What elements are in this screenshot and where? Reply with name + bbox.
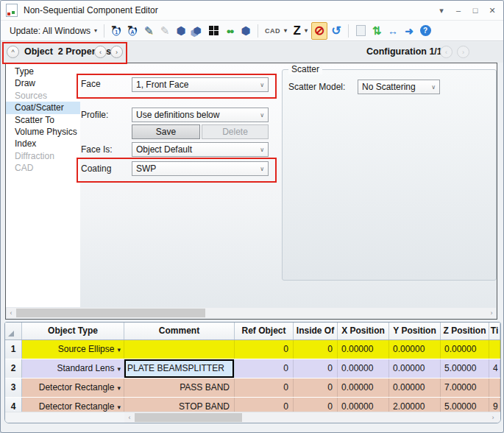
cell-x-position[interactable]: 0.00000	[338, 379, 389, 397]
update-all-icon[interactable]: ↻A	[125, 23, 140, 39]
scatter-model-dropdown[interactable]: No Scattering ∨	[358, 80, 440, 94]
cell-comment[interactable]	[124, 340, 235, 359]
cell-comment[interactable]: PASS BAND	[124, 379, 235, 397]
copy-object-icon[interactable]: ⬢	[190, 23, 205, 39]
cell-x-position[interactable]: 0.00000	[338, 340, 389, 359]
profile-dropdown[interactable]: Use definitions below ∨	[132, 108, 269, 122]
go-to-icon[interactable]: ➜	[402, 23, 416, 39]
solid-object-icon[interactable]: ⬢	[174, 23, 188, 39]
sidebar-item-cad[interactable]: CAD	[6, 162, 80, 174]
z-menu-button[interactable]: Z▾	[291, 22, 310, 40]
face-is-dropdown[interactable]: Object Default ∨	[132, 142, 269, 157]
sidebar-item-type[interactable]: Type	[6, 66, 80, 77]
next-object-button[interactable]: ›	[110, 46, 123, 58]
column-header-comment[interactable]: Comment	[124, 323, 235, 339]
ignore-object-icon: ⊘	[314, 24, 324, 37]
close-button[interactable]: ✕	[487, 6, 497, 15]
cell-object-type[interactable]: Detector Rectangle▾	[22, 379, 124, 397]
coating-dropdown[interactable]: SWP ∨	[132, 161, 269, 176]
table-horizontal-scrollbar[interactable]: ‹ ›	[5, 412, 500, 423]
fit-columns-icon: ↔	[388, 26, 398, 36]
polygon-object-icon[interactable]: ⬢	[238, 23, 253, 39]
app-icon	[6, 4, 18, 17]
cell-inside-of[interactable]: 0	[294, 340, 338, 359]
sidebar-item-volume-physics[interactable]: Volume Physics	[6, 126, 80, 138]
ignore-object-icon[interactable]: ⊘	[311, 22, 327, 40]
sheet-icon[interactable]	[353, 23, 368, 39]
selected-cell-comment[interactable]: PLATE BEAMSPLITTER	[124, 359, 235, 378]
scroll-right-icon[interactable]: ›	[487, 308, 496, 318]
scrollbar-thumb[interactable]	[16, 309, 205, 317]
cell-y-position[interactable]: 0.00000	[389, 359, 441, 378]
sources-icon[interactable]: ●●	[222, 23, 237, 39]
cell-inside-of[interactable]: 0	[294, 379, 338, 397]
cell-z-position[interactable]: 0.00000	[441, 340, 489, 359]
update-all-windows-button[interactable]: Update: All Windows▾	[7, 24, 100, 38]
edit-pencil-icon[interactable]: ✎	[141, 23, 156, 39]
sidebar-item-scatter-to[interactable]: Scatter To	[6, 114, 80, 126]
help-icon: ?	[420, 25, 431, 36]
column-header-object-type[interactable]: Object Type	[22, 323, 124, 339]
scroll-right-icon[interactable]: ›	[489, 412, 497, 423]
sidebar-item-sources[interactable]: Sources	[6, 90, 80, 102]
collapse-properties-button[interactable]: ^	[7, 46, 19, 58]
sidebar-item-draw[interactable]: Draw	[6, 77, 80, 89]
save-button[interactable]: Save	[132, 124, 200, 139]
scroll-left-icon[interactable]: ‹	[7, 308, 15, 318]
cell-tilt[interactable]: 4	[489, 359, 500, 378]
previous-configuration-button[interactable]: ‹	[440, 46, 452, 58]
sidebar-item-index[interactable]: Index	[6, 138, 80, 149]
maximize-button[interactable]: □	[470, 6, 480, 15]
help-icon[interactable]: ?	[418, 23, 433, 39]
column-header-z-position[interactable]: Z Position	[441, 323, 489, 339]
object-type-dropdown-icon[interactable]: ▾	[117, 346, 121, 353]
object-type-dropdown-icon[interactable]: ▾	[117, 365, 121, 373]
cell-num[interactable]: 1	[5, 340, 22, 359]
column-header-ref-object[interactable]: Ref Object	[235, 323, 294, 339]
cell-ref-object[interactable]: 0	[235, 379, 294, 397]
panel-horizontal-scrollbar[interactable]: ‹ ›	[7, 308, 496, 318]
swap-rows-icon[interactable]: ⇅	[369, 23, 384, 39]
rotate-object-icon[interactable]: ↺	[329, 23, 344, 39]
cell-num[interactable]: 3	[5, 379, 22, 397]
delete-button[interactable]: Delete	[202, 124, 269, 139]
scroll-left-icon[interactable]: ‹	[125, 412, 134, 423]
fit-columns-icon[interactable]: ↔	[386, 23, 400, 39]
face-dropdown[interactable]: 1, Front Face ∨	[132, 77, 269, 92]
cell-x-position[interactable]: 0.00000	[338, 359, 389, 378]
object-type-dropdown-icon[interactable]: ▾	[117, 404, 121, 411]
next-configuration-button[interactable]: ›	[457, 46, 469, 58]
cell-object-type[interactable]: Source Ellipse▾	[22, 340, 124, 359]
cell-y-position[interactable]: 0.00000	[389, 379, 441, 397]
cell-ref-object[interactable]: 0	[235, 359, 294, 378]
column-header-x-position[interactable]: X Position	[338, 323, 389, 339]
object-array-icon[interactable]	[206, 23, 221, 39]
cell-ref-object[interactable]: 0	[235, 340, 294, 359]
cell-y-position[interactable]: 0.00000	[389, 340, 441, 359]
object-array-icon	[209, 26, 219, 35]
column-header-inside-of[interactable]: Inside Of	[294, 323, 338, 339]
cell-tilt[interactable]	[489, 379, 500, 397]
sidebar-item-diffraction[interactable]: Diffraction	[6, 150, 80, 162]
window-menu-icon[interactable]: ▾	[436, 6, 447, 15]
edit-pencil-icon: ✎	[144, 24, 154, 38]
cell-tilt[interactable]	[489, 340, 500, 359]
scrollbar-thumb[interactable]	[135, 413, 242, 422]
cad-menu-button[interactable]: CAD▾	[262, 26, 291, 36]
highlight-pencil-icon[interactable]: ✎	[157, 23, 172, 39]
minimize-button[interactable]: –	[453, 6, 464, 15]
update-icon[interactable]: ↻1	[109, 23, 124, 39]
sidebar-item-coat-scatter[interactable]: Coat/Scatter	[6, 102, 80, 113]
chevron-down-icon: ▾	[94, 27, 97, 34]
cell-inside-of[interactable]: 0	[294, 359, 338, 378]
cell-object-type[interactable]: Standard Lens▾	[22, 359, 124, 378]
column-header-y-position[interactable]: Y Position	[389, 323, 441, 339]
column-header-tilt[interactable]: Ti	[489, 323, 500, 339]
cell-z-position[interactable]: 7.00000	[441, 379, 489, 397]
select-all-corner[interactable]	[5, 323, 22, 339]
cell-num[interactable]: 2	[5, 359, 22, 378]
z-menu-button-label: Z	[294, 24, 301, 38]
previous-object-button[interactable]: ‹	[94, 46, 107, 58]
cell-z-position[interactable]: 5.00000	[441, 359, 489, 378]
object-type-dropdown-icon[interactable]: ▾	[117, 384, 121, 392]
